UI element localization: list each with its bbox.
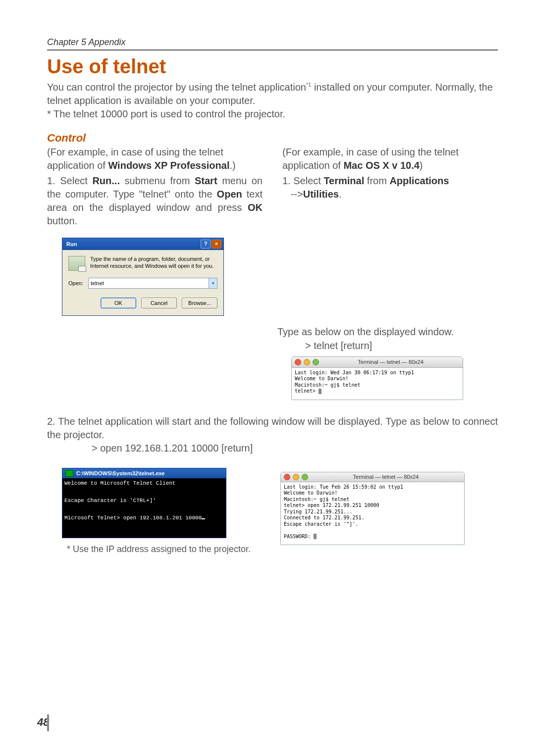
bold-utilities: Utilities — [303, 189, 339, 200]
close-button[interactable]: × — [212, 240, 221, 249]
cursor-icon — [319, 389, 321, 394]
cursor-icon — [202, 518, 205, 519]
mac-titlebar: Terminal — telnet — 80x24 — [292, 357, 463, 368]
browse-button[interactable]: Browse... — [182, 298, 217, 308]
txt: ) — [420, 160, 423, 171]
typed-line1: Type as below on the displayed window. — [277, 325, 498, 339]
help-button[interactable]: ? — [201, 240, 211, 249]
bold-applications: Applications — [389, 175, 449, 186]
header-rule — [47, 50, 498, 50]
windows-telnet-window: C:\WINDOWS\System32\telnet.exe Welcome t… — [62, 468, 226, 538]
mac-terminal-2: Terminal — telnet — 80x24 Last login: Tu… — [280, 472, 465, 546]
traffic-minimize-icon[interactable] — [293, 474, 299, 480]
cmd-title: C:\WINDOWS\System32\telnet.exe — [76, 470, 165, 476]
mac-terminal-body[interactable]: Last login: Tue Feb 26 15:59:02 on ttyp1… — [281, 482, 464, 545]
intro-line2: * The telnet 10000 port is used to contr… — [47, 108, 285, 119]
cursor-icon — [314, 534, 317, 539]
run-titlebar: Run ? × — [62, 238, 223, 250]
traffic-minimize-icon[interactable] — [304, 359, 310, 365]
cmd-titlebar: C:\WINDOWS\System32\telnet.exe — [62, 468, 226, 478]
intro-superscript: *1 — [306, 82, 311, 88]
control-heading: Control — [47, 132, 498, 145]
bold-open: Open — [217, 189, 242, 200]
traffic-close-icon[interactable] — [295, 359, 301, 365]
open-combobox[interactable]: ▾ — [88, 278, 217, 289]
cmd-body[interactable]: Welcome to Microsoft Telnet Client Escap… — [62, 478, 226, 538]
run-message: Type the name of a program, folder, docu… — [90, 256, 217, 270]
bold-winxp: Windows XP Professional — [108, 160, 229, 171]
intro-text: You can control the projector by using t… — [47, 81, 498, 121]
left-column: (For example, in case of using the telne… — [47, 146, 263, 400]
run-program-icon — [68, 256, 85, 271]
bold-ok: OK — [248, 202, 263, 213]
terminal-text: Last login: Tue Feb 26 15:59:02 on ttyp1… — [284, 484, 403, 539]
terminal-text: Last login: Wed Jan 30 06:17:19 on ttyp1… — [295, 370, 414, 394]
bold-run: Run... — [92, 175, 120, 186]
section-title: Use of telnet — [47, 55, 498, 78]
right-context: (For example, in case of using the telne… — [282, 146, 498, 172]
cmd-text: Welcome to Microsoft Telnet Client Escap… — [64, 480, 202, 521]
txt: 1. Select — [47, 175, 92, 186]
mac-titlebar: Terminal — telnet — 80x24 — [281, 472, 464, 482]
bold-terminal: Terminal — [323, 175, 364, 186]
traffic-zoom-icon[interactable] — [302, 474, 308, 480]
txt: . — [339, 189, 342, 200]
right-column: (For example, in case of using the telne… — [282, 146, 498, 400]
txt: button. — [47, 215, 77, 226]
page-tab-decoration — [47, 714, 49, 731]
chapter-label: Chapter 5 Appendix — [47, 37, 498, 48]
traffic-zoom-icon[interactable] — [313, 359, 319, 365]
step2-text: 2. The telnet application will start and… — [47, 415, 498, 442]
txt: from — [364, 175, 389, 186]
ok-button[interactable]: OK — [101, 298, 136, 308]
right-step1: 1. Select Terminal from Applications -->… — [282, 174, 498, 201]
traffic-close-icon[interactable] — [284, 474, 290, 480]
intro-line1a: You can control the projector by using t… — [47, 82, 306, 93]
mac-title: Terminal — telnet — 80x24 — [311, 474, 461, 480]
ip-address-note: * Use the IP address assigned to the pro… — [67, 544, 251, 554]
cmd-icon — [65, 470, 73, 477]
run-dialog: Run ? × Type the name of a program, fold… — [62, 238, 224, 316]
bold-macosx: Mac OS X v 10.4 — [343, 160, 419, 171]
left-context: (For example, in case of using the telne… — [47, 146, 263, 172]
txt: 1. Select — [282, 175, 323, 186]
chevron-down-icon[interactable]: ▾ — [209, 278, 217, 288]
open-input[interactable] — [89, 278, 209, 288]
mac-title: Terminal — telnet — 80x24 — [321, 358, 460, 366]
txt: .) — [229, 160, 235, 171]
bold-start: Start — [195, 175, 217, 186]
mac-terminal-body[interactable]: Last login: Wed Jan 30 06:17:19 on ttyp1… — [292, 368, 463, 400]
open-label: Open: — [68, 280, 83, 287]
step2-command: > open 192.168.1.201 10000 [return] — [92, 443, 498, 454]
left-step1: 1. Select Run... submenu from Start menu… — [47, 174, 263, 228]
run-title: Run — [66, 241, 77, 248]
txt: submenu from — [120, 175, 195, 186]
typed-line2: > telnet [return] — [305, 339, 498, 353]
typed-instruction: Type as below on the displayed window. >… — [277, 325, 498, 353]
mac-terminal-1: Terminal — telnet — 80x24 Last login: We… — [291, 356, 463, 400]
cancel-button[interactable]: Cancel — [141, 298, 177, 308]
txt: --> — [288, 189, 303, 200]
